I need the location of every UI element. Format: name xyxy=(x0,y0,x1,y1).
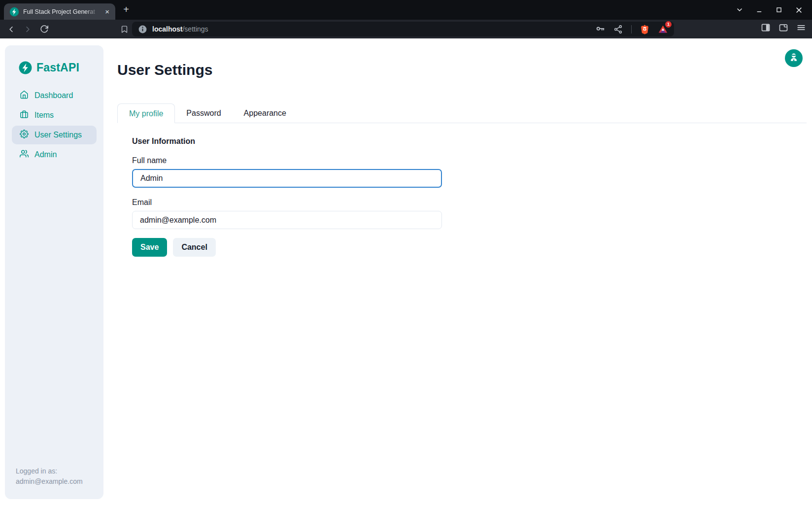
rewards-badge: 1 xyxy=(665,21,672,28)
close-window-icon[interactable] xyxy=(792,3,805,16)
back-icon[interactable] xyxy=(4,22,18,36)
section-title: User Information xyxy=(132,137,807,146)
toolbar-right-icons xyxy=(760,22,806,33)
save-button[interactable]: Save xyxy=(132,238,167,257)
toolbar-divider xyxy=(631,25,632,34)
reload-icon[interactable] xyxy=(37,22,51,36)
full-name-input[interactable] xyxy=(132,169,442,188)
cancel-button[interactable]: Cancel xyxy=(173,238,215,257)
menu-icon[interactable] xyxy=(796,22,806,33)
logo-text: FastAPI xyxy=(36,61,79,74)
sidebar: FastAPI Dashboard Items User Settings xyxy=(5,45,103,499)
address-bar[interactable]: localhost/settings 1 xyxy=(132,22,674,36)
tab-password[interactable]: Password xyxy=(175,103,232,123)
tab-appearance[interactable]: Appearance xyxy=(233,103,298,123)
tab-title: Full Stack Project Generat xyxy=(23,8,99,15)
share-icon[interactable] xyxy=(613,24,623,34)
maximize-icon[interactable] xyxy=(773,3,785,16)
wallet-icon[interactable] xyxy=(778,22,788,33)
forward-icon[interactable] xyxy=(21,22,34,36)
browser-tab[interactable]: Full Stack Project Generat × xyxy=(4,3,115,20)
new-tab-button[interactable]: + xyxy=(120,4,132,16)
sidebar-item-admin[interactable]: Admin xyxy=(12,145,97,164)
sidebar-item-dashboard[interactable]: Dashboard xyxy=(12,86,97,105)
sidebar-nav: Dashboard Items User Settings Admin xyxy=(5,86,103,164)
bookmark-icon[interactable] xyxy=(117,22,131,36)
window-controls xyxy=(733,0,812,20)
page-title: User Settings xyxy=(117,62,807,78)
user-information-form: User Information Full name Email Save Ca… xyxy=(117,137,807,257)
full-name-label: Full name xyxy=(132,156,807,165)
tab-close-icon[interactable]: × xyxy=(103,7,111,16)
users-icon xyxy=(20,149,29,160)
sidebar-item-label: User Settings xyxy=(34,131,82,139)
sidebar-item-label: Dashboard xyxy=(34,91,73,100)
app-page: FastAPI Dashboard Items User Settings xyxy=(0,38,812,505)
home-icon xyxy=(20,90,29,101)
key-icon[interactable] xyxy=(595,24,605,34)
fastapi-bolt-icon xyxy=(19,61,32,74)
tab-my-profile[interactable]: My profile xyxy=(117,103,175,123)
settings-tabs: My profile Password Appearance xyxy=(117,103,807,123)
url-text: localhost/settings xyxy=(152,25,208,33)
url-path: /settings xyxy=(182,25,208,33)
browser-titlebar: Full Stack Project Generat × + xyxy=(0,0,812,20)
url-host: localhost xyxy=(152,25,182,33)
sidebar-item-label: Items xyxy=(34,111,54,120)
main-content: User Settings My profile Password Appear… xyxy=(117,38,807,257)
sidebar-item-user-settings[interactable]: User Settings xyxy=(12,126,97,144)
tab-search-chevron-down-icon[interactable] xyxy=(733,3,746,16)
logged-in-label: Logged in as: xyxy=(16,466,83,477)
minimize-icon[interactable] xyxy=(753,3,766,16)
browser-toolbar: localhost/settings 1 xyxy=(0,20,812,38)
sidebar-item-items[interactable]: Items xyxy=(12,106,97,125)
fastapi-favicon-icon xyxy=(9,7,19,17)
logged-in-email: admin@example.com xyxy=(16,476,83,487)
gear-icon xyxy=(20,130,29,140)
site-info-icon[interactable] xyxy=(138,25,147,34)
form-buttons: Save Cancel xyxy=(132,238,807,257)
brave-shield-icon[interactable] xyxy=(640,24,650,34)
side-panel-icon[interactable] xyxy=(760,22,771,33)
brave-rewards-icon[interactable]: 1 xyxy=(658,24,668,34)
email-label: Email xyxy=(132,198,807,207)
sidebar-item-label: Admin xyxy=(34,150,57,159)
briefcase-icon xyxy=(20,110,29,121)
fastapi-logo: FastAPI xyxy=(5,45,103,74)
email-input[interactable] xyxy=(132,211,442,229)
logged-in-info: Logged in as: admin@example.com xyxy=(16,466,83,487)
